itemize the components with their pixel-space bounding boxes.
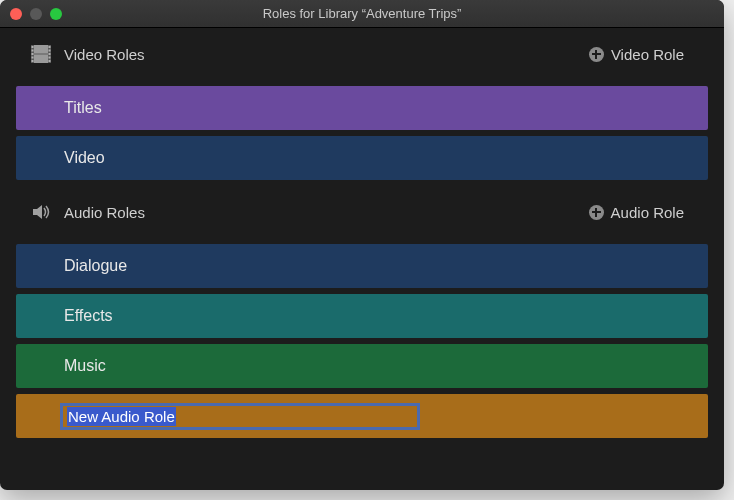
role-row-new-audio[interactable]: New Audio Role (16, 394, 708, 438)
film-icon (30, 43, 52, 65)
plus-icon (589, 47, 604, 62)
minimize-button[interactable] (30, 8, 42, 20)
role-label: Effects (64, 307, 113, 325)
titlebar[interactable]: Roles for Library “Adventure Trips” (0, 0, 724, 28)
svg-rect-8 (49, 46, 51, 48)
role-row-effects[interactable]: Effects (16, 294, 708, 338)
selected-text: New Audio Role (67, 407, 176, 426)
add-audio-role-button[interactable]: Audio Role (589, 204, 684, 221)
speaker-icon (30, 201, 52, 223)
svg-rect-7 (32, 60, 34, 62)
svg-rect-9 (49, 50, 51, 52)
add-video-role-label: Video Role (611, 46, 684, 63)
role-row-video[interactable]: Video (16, 136, 708, 180)
add-video-role-button[interactable]: Video Role (589, 46, 684, 63)
svg-rect-6 (32, 57, 34, 59)
role-label: Titles (64, 99, 102, 117)
svg-rect-4 (32, 50, 34, 52)
audio-section-header: Audio Roles Audio Role (0, 186, 724, 238)
role-row-dialogue[interactable]: Dialogue (16, 244, 708, 288)
plus-icon (589, 205, 604, 220)
maximize-button[interactable] (50, 8, 62, 20)
video-roles-label: Video Roles (64, 46, 145, 63)
audio-roles-label: Audio Roles (64, 204, 145, 221)
traffic-lights (10, 8, 62, 20)
content-area: Video Roles Video Role Titles Video Audi… (0, 28, 724, 438)
roles-window: Roles for Library “Adventure Trips” (0, 0, 724, 490)
svg-rect-13 (34, 54, 48, 55)
role-row-music[interactable]: Music (16, 344, 708, 388)
video-section-header: Video Roles Video Role (0, 28, 724, 80)
svg-rect-11 (49, 57, 51, 59)
close-button[interactable] (10, 8, 22, 20)
svg-rect-12 (49, 60, 51, 62)
window-title: Roles for Library “Adventure Trips” (0, 6, 724, 21)
svg-rect-3 (32, 46, 34, 48)
role-label: Dialogue (64, 257, 127, 275)
role-label: Music (64, 357, 106, 375)
svg-rect-10 (49, 53, 51, 55)
svg-rect-5 (32, 53, 34, 55)
add-audio-role-label: Audio Role (611, 204, 684, 221)
role-row-titles[interactable]: Titles (16, 86, 708, 130)
role-name-edit-field[interactable]: New Audio Role (60, 403, 420, 430)
role-label: Video (64, 149, 105, 167)
